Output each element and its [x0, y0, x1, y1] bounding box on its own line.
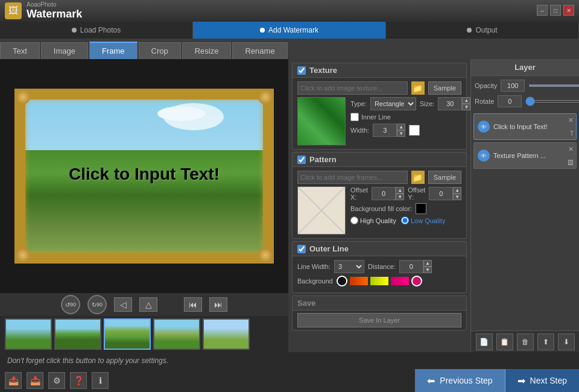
rotate-ccw-button[interactable]: ↺90 [61, 295, 80, 314]
thumbnail-4[interactable] [153, 318, 200, 350]
save-in-layer-button[interactable]: Save In Layer [297, 313, 461, 327]
bg-fill-swatch[interactable] [416, 203, 426, 214]
distance-down[interactable]: ▼ [423, 267, 432, 273]
layer-item-text[interactable]: 👁 Click to Input Text! ✕ T [473, 113, 577, 140]
action-bar-icons: 📤 📥 ⚙ ❓ ℹ [0, 372, 415, 389]
tab-text[interactable]: Text [0, 42, 40, 59]
gradient-red[interactable] [350, 277, 368, 285]
layer-copy-button[interactable]: 📋 [496, 334, 513, 350]
layer-close-button-texture[interactable]: ✕ [568, 145, 574, 153]
inner-line-checkbox[interactable] [350, 113, 359, 121]
opacity-label: Opacity [475, 82, 497, 89]
color-pink[interactable] [411, 276, 422, 286]
maximize-button[interactable]: □ [550, 5, 561, 16]
thumbnail-1[interactable] [5, 318, 52, 350]
offset-x-up[interactable]: ▲ [396, 187, 404, 194]
distance-spinner[interactable] [399, 260, 423, 273]
minimize-button[interactable]: – [537, 5, 548, 16]
settings-button[interactable]: ⚙ [48, 372, 65, 389]
help-button[interactable]: ❓ [70, 372, 87, 389]
layer-visibility-texture[interactable]: 👁 [478, 150, 490, 162]
bg-fill-label: Background fill color: [350, 205, 412, 212]
type-select[interactable]: Rectangle [370, 97, 416, 110]
distance-up[interactable]: ▲ [423, 260, 432, 267]
texture-path-input[interactable] [297, 81, 408, 95]
import-button[interactable]: 📥 [27, 372, 43, 389]
texture-section: Texture 📁 Sample Type: Rectangle [292, 63, 467, 150]
export-button[interactable]: 📤 [5, 372, 22, 389]
color-black[interactable] [337, 276, 347, 286]
layer-new-button[interactable]: 📄 [476, 334, 493, 350]
layer-type-icon-text: T [570, 130, 574, 137]
line-width-select[interactable]: 3 [334, 260, 364, 273]
size-spinner[interactable] [438, 97, 462, 110]
pattern-section: Pattern 📁 Sample Offset X: [292, 152, 467, 239]
offset-x-spinner[interactable] [372, 187, 396, 200]
layer-close-button-text[interactable]: ✕ [568, 116, 574, 124]
thumbnail-5[interactable] [203, 318, 250, 350]
canvas-preview[interactable]: Click to Input Text! [0, 59, 288, 293]
texture-sample-button[interactable]: Sample [428, 81, 461, 95]
gradient-yellow[interactable] [370, 277, 388, 285]
outer-line-enabled-checkbox[interactable] [297, 245, 306, 253]
low-quality-radio[interactable]: Low Quality [401, 217, 445, 224]
width-up-button[interactable]: ▲ [397, 124, 405, 130]
texture-color-swatch[interactable] [409, 125, 420, 136]
preview-text-overlay[interactable]: Click to Input Text! [69, 165, 220, 184]
gradient-pink[interactable] [391, 277, 409, 285]
pattern-enabled-checkbox[interactable] [297, 156, 306, 164]
layer-item-texture[interactable]: 👁 Texture Pattern ... ✕ 🖼 [473, 142, 577, 169]
prev-image-button[interactable]: ⏮ [184, 297, 202, 312]
previous-step-button[interactable]: ⬅ Previous Step [415, 369, 504, 392]
next-image-button[interactable]: ⏭ [209, 297, 227, 312]
texture-section-title: Texture [309, 66, 337, 75]
thumbnail-3[interactable] [104, 318, 151, 350]
pattern-sample-button[interactable]: Sample [428, 171, 461, 184]
tab-resize[interactable]: Resize [182, 42, 232, 59]
texture-enabled-checkbox[interactable] [297, 66, 306, 75]
tab-image[interactable]: Image [41, 42, 88, 59]
tab-frame[interactable]: Frame [89, 42, 138, 59]
rotate-cw-button[interactable]: ↻90 [87, 295, 107, 314]
layer-delete-button[interactable]: 🗑 [517, 334, 534, 350]
info-button[interactable]: ℹ [92, 372, 109, 389]
next-step-button[interactable]: ➡ Next Step [505, 369, 579, 392]
opacity-slider[interactable] [528, 84, 579, 87]
opacity-input[interactable] [501, 80, 525, 92]
pattern-folder-button[interactable]: 📁 [411, 171, 425, 184]
offset-y-spinner[interactable] [429, 187, 453, 200]
app-title: Watermark [27, 8, 82, 21]
offset-y-down[interactable]: ▼ [453, 194, 461, 200]
offset-y-up[interactable]: ▲ [453, 187, 461, 194]
width-down-button[interactable]: ▼ [397, 130, 405, 137]
offset-x-label: Offset X: [350, 186, 368, 201]
size-up-button[interactable]: ▲ [462, 97, 470, 104]
layer-visibility-text[interactable]: 👁 [478, 121, 490, 133]
flip-v-button[interactable]: △ [139, 297, 157, 312]
texture-width-spinner[interactable] [373, 124, 397, 137]
tab-crop[interactable]: Crop [139, 42, 181, 59]
rotate-slider[interactable] [525, 100, 579, 103]
outer-line-section: Outer Line Line Width: 3 Distance: ▲ ▼ [292, 241, 467, 293]
size-down-button[interactable]: ▼ [462, 104, 470, 110]
thumbnail-2[interactable] [54, 318, 101, 350]
step-load-photos[interactable]: Load Photos [0, 22, 193, 39]
close-button[interactable]: ✕ [563, 5, 574, 16]
rotate-input[interactable] [498, 95, 522, 107]
step-dot [467, 28, 472, 33]
flip-h-button[interactable]: ◁ [114, 297, 132, 312]
pattern-section-header: Pattern [293, 153, 466, 167]
layer-item-text-label: Click to Input Text! [493, 123, 572, 130]
high-quality-radio[interactable]: High Quality [350, 217, 396, 224]
step-output[interactable]: Output [386, 22, 579, 39]
frame-corner-tr [258, 90, 273, 104]
offset-x-down[interactable]: ▼ [396, 194, 404, 200]
layer-move-down-button[interactable]: ⬇ [558, 334, 575, 350]
layer-move-up-button[interactable]: ⬆ [537, 334, 554, 350]
pattern-path-input[interactable] [297, 171, 408, 184]
step-add-watermark[interactable]: Add Watermark [193, 22, 386, 39]
rotate-label: Rotate [475, 98, 494, 105]
tabs-bar: Text Image Frame Crop Resize Rename [0, 39, 579, 59]
tab-rename[interactable]: Rename [232, 42, 287, 59]
texture-folder-button[interactable]: 📁 [411, 81, 425, 95]
